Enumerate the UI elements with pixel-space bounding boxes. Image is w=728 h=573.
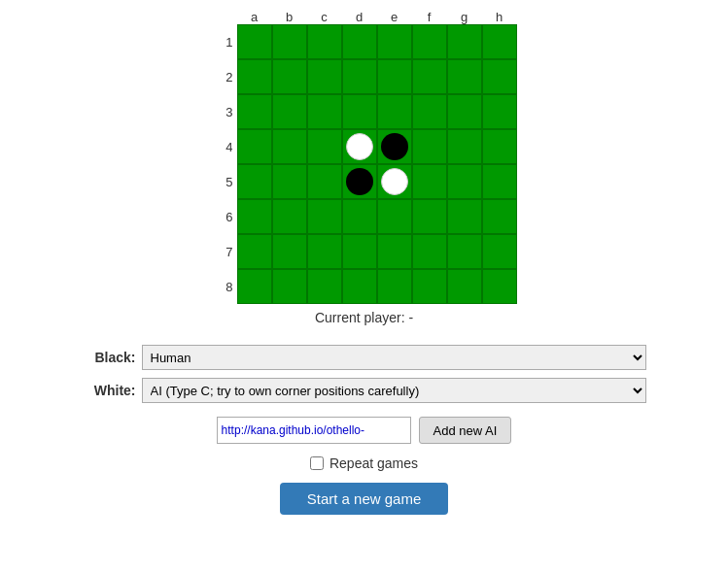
cell-g8[interactable] <box>447 269 482 304</box>
cell-a4[interactable] <box>237 129 272 164</box>
cell-g2[interactable] <box>447 59 482 94</box>
cell-c4[interactable] <box>307 129 342 164</box>
col-label-b: b <box>272 10 307 24</box>
cell-h3[interactable] <box>482 94 517 129</box>
cell-d3[interactable] <box>342 94 377 129</box>
black-label: Black: <box>83 350 136 365</box>
cell-h5[interactable] <box>482 164 517 199</box>
cell-c5[interactable] <box>307 164 342 199</box>
cell-b5[interactable] <box>272 164 307 199</box>
cell-c8[interactable] <box>307 269 342 304</box>
cell-e2[interactable] <box>377 59 412 94</box>
cell-a3[interactable] <box>237 94 272 129</box>
cell-d8[interactable] <box>342 269 377 304</box>
cell-g7[interactable] <box>447 234 482 269</box>
cell-h7[interactable] <box>482 234 517 269</box>
piece-white-e5 <box>381 168 408 195</box>
cell-e3[interactable] <box>377 94 412 129</box>
cell-b2[interactable] <box>272 59 307 94</box>
cell-f5[interactable] <box>412 164 447 199</box>
repeat-row: Repeat games <box>83 455 646 471</box>
cell-b8[interactable] <box>272 269 307 304</box>
cell-c3[interactable] <box>307 94 342 129</box>
cell-c2[interactable] <box>307 59 342 94</box>
white-label: White: <box>83 383 136 398</box>
piece-white-d4 <box>346 133 373 160</box>
cell-b3[interactable] <box>272 94 307 129</box>
start-game-button[interactable]: Start a new game <box>280 483 449 515</box>
cell-a5[interactable] <box>237 164 272 199</box>
board-container: abcdefgh 12345678 Current player: - <box>212 10 517 325</box>
col-label-a: a <box>237 10 272 24</box>
cell-d7[interactable] <box>342 234 377 269</box>
piece-black-e4 <box>381 133 408 160</box>
cell-h2[interactable] <box>482 59 517 94</box>
cell-f1[interactable] <box>412 24 447 59</box>
cell-b6[interactable] <box>272 199 307 234</box>
cell-f8[interactable] <box>412 269 447 304</box>
cell-d2[interactable] <box>342 59 377 94</box>
cell-d4[interactable] <box>342 129 377 164</box>
cell-g3[interactable] <box>447 94 482 129</box>
board-row-1: 1 <box>212 24 517 59</box>
cell-h6[interactable] <box>482 199 517 234</box>
col-label-d: d <box>342 10 377 24</box>
white-player-row: White: HumanAI (Random)AI (Type A)AI (Ty… <box>83 378 646 403</box>
cell-b7[interactable] <box>272 234 307 269</box>
board-row-7: 7 <box>212 234 517 269</box>
cell-d5[interactable] <box>342 164 377 199</box>
cell-h8[interactable] <box>482 269 517 304</box>
cell-e6[interactable] <box>377 199 412 234</box>
cell-h1[interactable] <box>482 24 517 59</box>
ai-row: Add new AI <box>83 417 646 444</box>
col-label-c: c <box>307 10 342 24</box>
ai-url-input[interactable] <box>217 417 411 444</box>
row-label-2: 2 <box>212 70 237 84</box>
cell-f3[interactable] <box>412 94 447 129</box>
cell-g1[interactable] <box>447 24 482 59</box>
cell-a6[interactable] <box>237 199 272 234</box>
cell-f7[interactable] <box>412 234 447 269</box>
row-label-7: 7 <box>212 245 237 259</box>
cell-c7[interactable] <box>307 234 342 269</box>
black-player-row: Black: HumanAI (Random)AI (Type A)AI (Ty… <box>83 345 646 370</box>
white-select[interactable]: HumanAI (Random)AI (Type A)AI (Type B)AI… <box>142 378 646 403</box>
piece-black-d5 <box>346 168 373 195</box>
cell-d6[interactable] <box>342 199 377 234</box>
cell-e8[interactable] <box>377 269 412 304</box>
cell-b4[interactable] <box>272 129 307 164</box>
current-player: Current player: - <box>315 310 413 325</box>
controls-section: Black: HumanAI (Random)AI (Type A)AI (Ty… <box>83 345 646 515</box>
cell-e7[interactable] <box>377 234 412 269</box>
cell-e1[interactable] <box>377 24 412 59</box>
row-label-3: 3 <box>212 105 237 119</box>
col-label-h: h <box>482 10 517 24</box>
cell-c1[interactable] <box>307 24 342 59</box>
cell-f4[interactable] <box>412 129 447 164</box>
board-row-8: 8 <box>212 269 517 304</box>
black-select[interactable]: HumanAI (Random)AI (Type A)AI (Type B)AI… <box>142 345 646 370</box>
row-label-6: 6 <box>212 210 237 224</box>
cell-g6[interactable] <box>447 199 482 234</box>
board-rows: 12345678 <box>212 24 517 304</box>
cell-a7[interactable] <box>237 234 272 269</box>
cell-a2[interactable] <box>237 59 272 94</box>
cell-a8[interactable] <box>237 269 272 304</box>
cell-e5[interactable] <box>377 164 412 199</box>
row-label-8: 8 <box>212 280 237 294</box>
cell-a1[interactable] <box>237 24 272 59</box>
cell-c6[interactable] <box>307 199 342 234</box>
cell-g4[interactable] <box>447 129 482 164</box>
repeat-checkbox[interactable] <box>310 456 324 470</box>
cell-e4[interactable] <box>377 129 412 164</box>
cell-f6[interactable] <box>412 199 447 234</box>
repeat-label: Repeat games <box>329 455 418 471</box>
cell-b1[interactable] <box>272 24 307 59</box>
cell-h4[interactable] <box>482 129 517 164</box>
add-ai-button[interactable]: Add new AI <box>419 417 512 444</box>
cell-g5[interactable] <box>447 164 482 199</box>
board-row-2: 2 <box>212 59 517 94</box>
board-row-4: 4 <box>212 129 517 164</box>
cell-d1[interactable] <box>342 24 377 59</box>
cell-f2[interactable] <box>412 59 447 94</box>
